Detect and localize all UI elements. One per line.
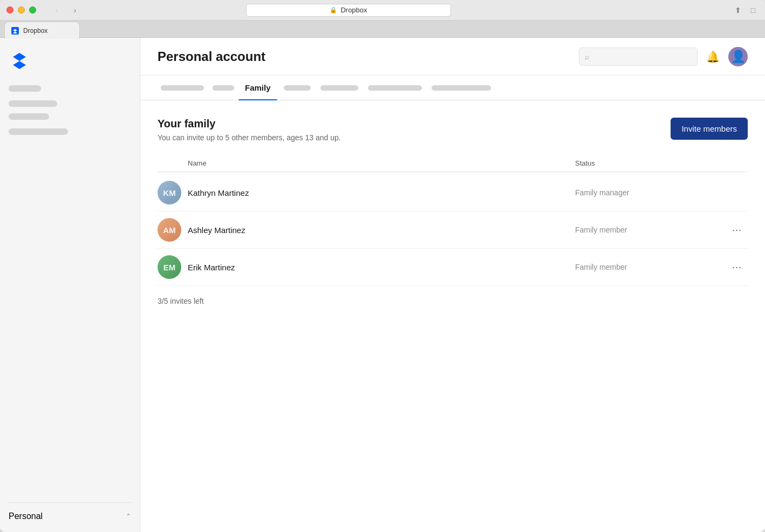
browser-tab-dropbox[interactable]: Dropbox [4, 22, 80, 39]
member-status-erik: Family member [575, 263, 726, 271]
share-button[interactable]: ⬆ [733, 5, 743, 16]
avatar-initials-ashley: AM [163, 226, 175, 235]
notification-bell-icon[interactable]: 🔔 [706, 50, 720, 63]
invite-members-button[interactable]: Invite members [671, 118, 748, 140]
close-button[interactable] [6, 6, 13, 13]
search-icon: ⌕ [585, 52, 589, 61]
minimize-button[interactable] [18, 6, 25, 13]
back-button[interactable]: ‹ [49, 5, 64, 16]
col-name-header: Name [158, 159, 575, 167]
search-bar[interactable]: ⌕ [579, 47, 698, 66]
sidebar-footer-arrow: ⌃ [126, 513, 131, 520]
member-avatar-erik: EM [158, 255, 181, 279]
sidebar: Personal ⌃ [0, 38, 140, 532]
tab-placeholder-6 [432, 85, 491, 91]
family-subtitle: You can invite up to 5 other members, ag… [158, 133, 341, 142]
forward-button[interactable]: › [67, 5, 83, 16]
col-status-header: Status [575, 159, 726, 167]
sidebar-toggle-button[interactable]: □ [748, 5, 759, 16]
app-header: Personal account ⌕ 🔔 👤 [140, 38, 765, 76]
sidebar-nav [9, 85, 131, 502]
table-row: KM Kathryn Martinez Family manager [158, 174, 748, 212]
member-name-erik: Erik Martinez [188, 263, 575, 272]
tab-placeholder-1 [161, 85, 204, 91]
tab-placeholder-5 [368, 85, 422, 91]
sidebar-placeholder-4 [9, 128, 68, 135]
members-table: Name Status KM Kathryn Martinez Family m… [158, 155, 748, 286]
browser-tab-label: Dropbox [23, 27, 47, 35]
page-title: Personal account [158, 49, 265, 64]
table-row: AM Ashley Martinez Family member ··· [158, 212, 748, 249]
sidebar-footer-label: Personal [9, 511, 43, 521]
sidebar-footer[interactable]: Personal ⌃ [9, 502, 131, 521]
user-avatar[interactable]: 👤 [728, 47, 748, 66]
url-bar[interactable]: 🔒 Dropbox [246, 4, 451, 17]
member-name-ashley: Ashley Martinez [188, 226, 575, 235]
tab-favicon [11, 27, 19, 35]
browser-tab-bar: Dropbox [0, 21, 765, 38]
sidebar-logo [9, 49, 131, 72]
family-header: Your family You can invite up to 5 other… [158, 118, 748, 142]
url-text: Dropbox [340, 6, 367, 14]
tab-placeholder-3 [284, 85, 311, 91]
sidebar-placeholder-1 [9, 85, 41, 92]
member-actions-ashley[interactable]: ··· [726, 224, 748, 236]
invites-left: 3/5 invites left [158, 297, 748, 305]
tab-family[interactable]: Family [238, 76, 277, 100]
avatar-icon: 👤 [731, 50, 746, 64]
maximize-button[interactable] [29, 6, 36, 13]
content-area: Your family You can invite up to 5 other… [140, 100, 765, 532]
member-status-kathryn: Family manager [575, 188, 726, 197]
member-avatar-ashley: AM [158, 218, 181, 242]
tab-placeholder-2 [213, 85, 234, 91]
tabs-bar: Family [140, 76, 765, 100]
avatar-initials-erik: EM [163, 263, 176, 272]
family-title: Your family [158, 118, 341, 130]
sidebar-placeholder-3 [9, 113, 49, 120]
member-actions-erik[interactable]: ··· [726, 262, 748, 273]
member-avatar-kathryn: KM [158, 181, 181, 204]
table-header: Name Status [158, 155, 748, 172]
sidebar-placeholder-2 [9, 100, 57, 107]
members-list: KM Kathryn Martinez Family manager AM As… [158, 174, 748, 286]
member-name-kathryn: Kathryn Martinez [188, 188, 575, 197]
table-row: EM Erik Martinez Family member ··· [158, 249, 748, 286]
avatar-initials-kathryn: KM [163, 188, 175, 197]
col-actions-header [726, 159, 748, 167]
lock-icon: 🔒 [330, 6, 337, 13]
title-bar: ‹ › 🔒 Dropbox ⬆ □ [0, 0, 765, 21]
member-status-ashley: Family member [575, 226, 726, 234]
tab-placeholder-4 [320, 85, 358, 91]
